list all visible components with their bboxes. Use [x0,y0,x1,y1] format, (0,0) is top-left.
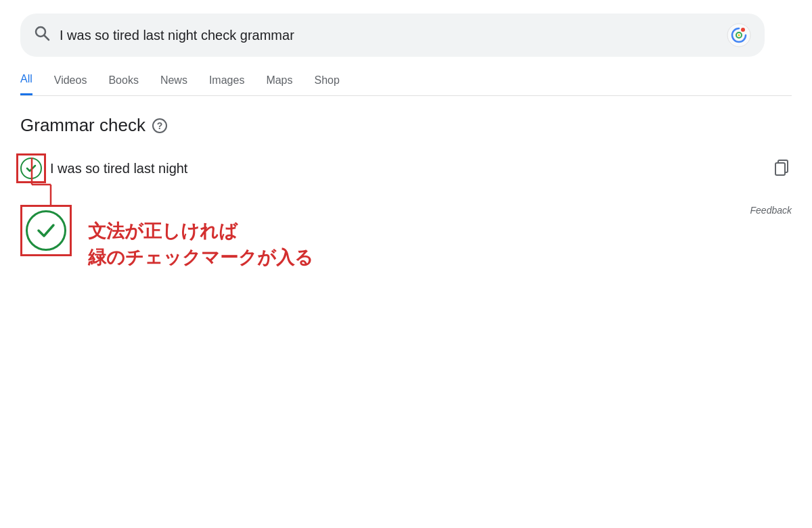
annotation-text: 文法が正しければ 緑のチェックマークが入る [88,218,313,271]
grammar-check-icon-large [26,210,66,251]
svg-line-1 [45,36,49,41]
svg-point-5 [738,34,740,37]
search-query: I was so tired last night check grammar [60,28,717,43]
grammar-result-row: I was so tired last night [20,148,792,189]
feedback-label[interactable]: Feedback [750,205,792,216]
grammar-title: Grammar check [20,115,145,136]
tab-news[interactable]: News [160,74,187,95]
grammar-title-row: Grammar check ? [20,115,792,136]
google-lens-icon[interactable] [727,23,751,47]
grammar-result-left: I was so tired last night [20,158,187,179]
page-container: I was so tired last night check grammar … [0,0,812,528]
info-icon[interactable]: ? [152,118,167,133]
tab-maps[interactable]: Maps [266,74,292,95]
nav-tabs: All Videos Books News Images Maps Shop [20,73,792,96]
tab-images[interactable]: Images [209,74,244,95]
svg-point-3 [741,28,745,32]
copy-icon[interactable] [773,158,792,179]
search-bar[interactable]: I was so tired last night check grammar [20,14,765,57]
search-icon [34,25,50,45]
svg-rect-7 [775,163,785,175]
grammar-result-text: I was so tired last night [50,161,187,176]
annotation-content: Feedback 文法が正しければ 緑のチェックマークが入る [88,205,792,271]
grammar-check-icon-small [20,158,42,179]
annotation-line1: 文法が正しければ [88,218,313,245]
tab-all[interactable]: All [20,73,32,95]
red-box-large [20,205,72,256]
annotation-line2: 緑のチェックマークが入る [88,245,313,271]
tab-videos[interactable]: Videos [54,74,87,95]
tab-shop[interactable]: Shop [315,74,340,95]
grammar-section: Grammar check ? I wa [20,115,792,271]
tab-books[interactable]: Books [108,74,138,95]
